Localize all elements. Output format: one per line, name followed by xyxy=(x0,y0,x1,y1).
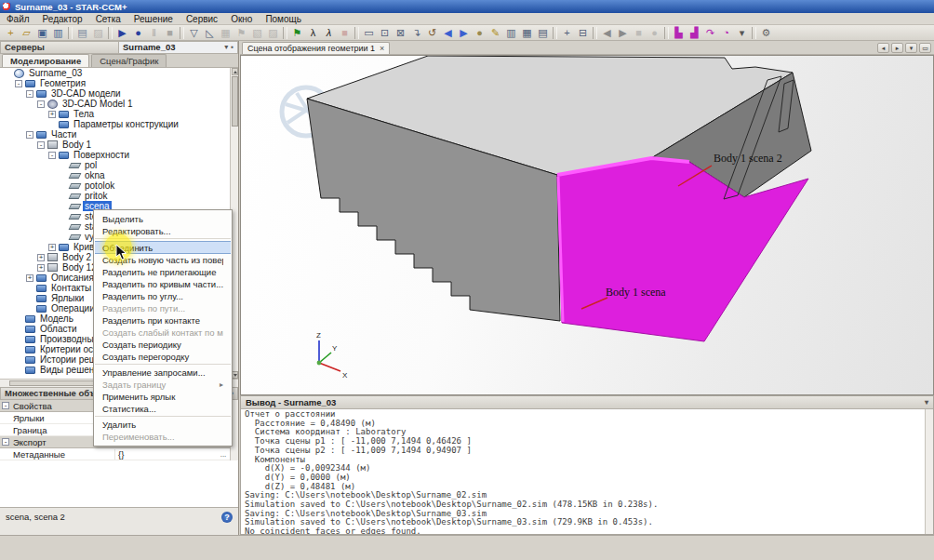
toolbar-button[interactable]: ▥ xyxy=(50,26,66,40)
close-icon[interactable]: × xyxy=(380,44,384,53)
scene-tab[interactable]: Сцена отображения геометрии 1 × xyxy=(242,42,390,54)
toolbar-button[interactable]: ▟ xyxy=(687,26,702,40)
toolbar-button[interactable] xyxy=(108,27,113,39)
toolbar-button[interactable]: ▤ xyxy=(535,26,551,40)
expander-icon[interactable] xyxy=(26,90,33,98)
toolbar-button[interactable] xyxy=(283,27,287,39)
toolbar-button[interactable]: ↺ xyxy=(424,26,440,40)
context-menu-item[interactable]: Применить ярлык xyxy=(95,391,231,403)
expander-icon[interactable] xyxy=(37,254,45,261)
menu-item[interactable]: Редактор xyxy=(36,13,89,25)
pin-icon[interactable]: ▾ xyxy=(224,42,228,53)
toolbar-button[interactable] xyxy=(354,27,359,39)
property-value[interactable]: {} xyxy=(114,449,217,460)
toolbar-button[interactable]: ◔ xyxy=(718,26,734,40)
context-menu-item[interactable]: Создать периодику xyxy=(95,339,231,351)
context-menu-item[interactable]: Переименовать... xyxy=(95,431,231,443)
toolbar-button[interactable]: ⊡ xyxy=(377,26,393,40)
toolbar-button[interactable] xyxy=(68,27,73,39)
context-menu-item[interactable]: Статистика... xyxy=(95,403,231,417)
toolbar-button[interactable]: ⊠ xyxy=(393,26,408,40)
context-menu-item[interactable]: Создать перегородку xyxy=(95,351,231,365)
context-menu-item[interactable]: Создать слабый контакт по месту xyxy=(95,327,231,339)
toolbar-button[interactable]: ↴ xyxy=(408,26,424,40)
context-menu-item[interactable]: Редактировать... xyxy=(95,225,231,239)
tree-item[interactable]: Тела xyxy=(0,109,238,119)
toolbar-button[interactable]: ‖ xyxy=(146,26,162,40)
scene-control-button[interactable]: ◂ xyxy=(877,43,889,53)
tree-item[interactable]: Поверхности xyxy=(0,150,238,160)
toolbar-button[interactable]: ⚙ xyxy=(758,26,774,40)
context-menu-item[interactable]: Объединить xyxy=(95,241,231,254)
toolbar-button[interactable]: ▥ xyxy=(503,26,519,40)
scene-control-button[interactable]: ▸ xyxy=(891,43,903,53)
tree-item[interactable]: 3D-CAD модели xyxy=(0,88,238,99)
toolbar-button[interactable] xyxy=(664,27,669,39)
explorer-tab[interactable]: Моделирование xyxy=(2,54,89,67)
toolbar-button[interactable] xyxy=(593,27,597,39)
expander-icon[interactable] xyxy=(48,111,56,118)
tree-item[interactable]: Параметры конструкции xyxy=(0,119,238,129)
context-menu-item[interactable]: Разделить при контакте xyxy=(95,314,231,327)
toolbar-button[interactable]: ● xyxy=(647,26,662,40)
toolbar-button[interactable]: ▤ xyxy=(74,26,90,40)
toolbar-button[interactable]: ⚑ xyxy=(234,26,249,40)
expander-icon[interactable] xyxy=(48,244,56,251)
document-tab[interactable]: Surname_03 ▾ ▪ xyxy=(119,41,238,54)
menu-item[interactable]: Помощь xyxy=(259,13,308,25)
menu-item[interactable]: Окно xyxy=(224,13,259,25)
graphics-viewport-3d[interactable]: STAR-CCM+ Body 1 scena 2 Body 1 scena xyxy=(240,55,934,395)
help-icon[interactable]: ? xyxy=(221,512,233,523)
section-expander-icon[interactable] xyxy=(2,402,9,409)
menu-item[interactable]: Файл xyxy=(0,13,36,25)
toolbar-button[interactable]: ✎ xyxy=(487,26,503,40)
scroll-up-icon[interactable] xyxy=(232,68,238,75)
toolbar-button[interactable]: ● xyxy=(130,26,146,40)
toolbar-button[interactable]: λ xyxy=(321,26,337,40)
context-menu-item[interactable]: Создать новую часть из поверхностей xyxy=(95,254,231,266)
toolbar-button[interactable] xyxy=(752,27,756,39)
toolbar-button[interactable]: ▽ xyxy=(186,26,202,40)
expander-icon[interactable] xyxy=(37,141,45,149)
expander-icon[interactable] xyxy=(15,80,22,87)
toolbar-button[interactable]: ⊟ xyxy=(575,26,591,40)
output-console-header[interactable]: Вывод - Surname_03 ▾ xyxy=(241,396,933,409)
scroll-down-icon[interactable] xyxy=(232,371,238,379)
menu-item[interactable]: Сервис xyxy=(180,13,224,25)
context-menu-item[interactable]: Удалить xyxy=(95,419,231,431)
toolbar-button[interactable]: ▶ xyxy=(114,26,130,40)
toolbar-button[interactable]: + xyxy=(3,26,19,40)
tree-item[interactable]: pritok xyxy=(0,191,238,201)
scrollbar-thumb[interactable] xyxy=(232,76,238,127)
toolbar-button[interactable]: ■ xyxy=(631,26,647,40)
property-row[interactable]: Метаданные {} ... xyxy=(0,448,230,460)
toolbar-button[interactable] xyxy=(553,27,557,39)
expander-icon[interactable] xyxy=(26,131,33,139)
scene-control-button[interactable]: ▭ xyxy=(919,43,931,53)
context-menu-item[interactable]: Разделить по углу... xyxy=(95,290,231,302)
context-menu-item[interactable]: Разделить по кривым части... xyxy=(95,278,231,290)
minimize-icon[interactable]: ▪ xyxy=(231,42,234,53)
tree-item[interactable]: Surname_03 xyxy=(0,68,238,78)
menu-item[interactable]: Сетка xyxy=(89,13,127,25)
expander-icon[interactable] xyxy=(26,274,33,282)
property-edit-button[interactable]: ... xyxy=(217,450,230,459)
toolbar-button[interactable]: + xyxy=(559,26,575,40)
menu-item[interactable]: Решение xyxy=(127,13,180,25)
toolbar-button[interactable]: ● xyxy=(472,26,487,40)
toolbar-button[interactable]: ▦ xyxy=(218,26,234,40)
console-scrollbar[interactable] xyxy=(925,409,933,534)
toolbar-button[interactable]: ▶ xyxy=(456,26,472,40)
toolbar-button[interactable]: ⚑ xyxy=(289,26,305,40)
toolbar-button[interactable]: ▙ xyxy=(671,26,687,40)
toolbar-button[interactable]: ↷ xyxy=(702,26,718,40)
context-menu-item[interactable]: Управление запросами... xyxy=(95,367,231,379)
toolbar-button[interactable]: ▧ xyxy=(249,26,265,40)
context-menu-item[interactable]: Выделить xyxy=(95,213,231,225)
tree-item[interactable]: pol xyxy=(0,160,238,170)
toolbar-button[interactable]: ▶ xyxy=(615,26,631,40)
toolbar-button[interactable]: ▦ xyxy=(519,26,535,40)
context-menu-item[interactable]: Разделить не прилегающие xyxy=(95,266,231,278)
tree-item[interactable]: 3D-CAD Model 1 xyxy=(0,99,238,109)
toolbar-button[interactable]: ◺ xyxy=(202,26,218,40)
